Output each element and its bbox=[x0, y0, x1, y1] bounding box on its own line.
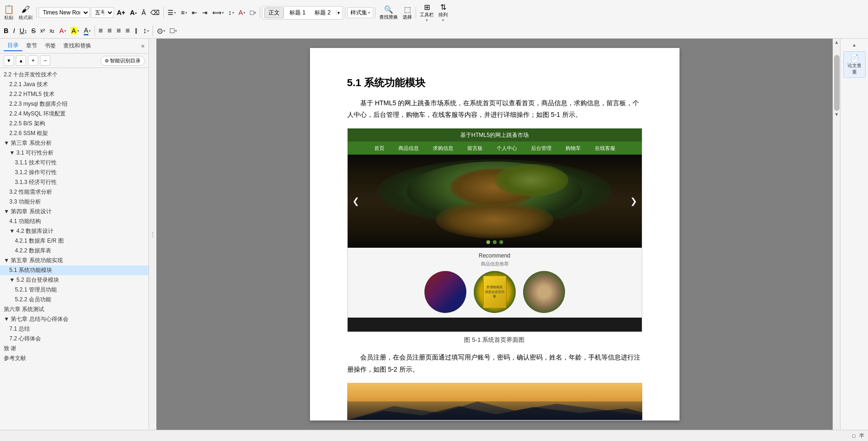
hero-prev-button[interactable]: ❮ bbox=[352, 196, 359, 206]
list-item-selected[interactable]: 5.1 系统功能模块 bbox=[0, 265, 148, 275]
align-justify-button[interactable]: ≡ bbox=[124, 26, 132, 36]
list-item[interactable]: ▼ 第五章 系统功能实现 bbox=[0, 256, 148, 265]
list-item[interactable]: 2.2.4 MySQL 环境配置 bbox=[0, 109, 148, 119]
toc-list[interactable]: 2.2 十台开发性技术个 2.2.1 Java 技术 2.2.2 HTML5 技… bbox=[0, 68, 148, 430]
subscript-button[interactable]: x₂ bbox=[47, 27, 56, 35]
list-item[interactable]: 3.3 功能分析 bbox=[0, 197, 148, 207]
list-item[interactable]: 4.1 功能结构 bbox=[0, 217, 148, 226]
list-item[interactable]: 2.2 十台开发性技术个 bbox=[0, 70, 148, 80]
border2-button[interactable]: □▾ bbox=[168, 26, 179, 36]
normal-style-button[interactable]: 正文 bbox=[264, 7, 284, 18]
text-effects2-button[interactable]: ⊙▾ bbox=[155, 26, 167, 36]
scroll-up-button[interactable]: ▲ bbox=[834, 39, 840, 46]
superscript-button[interactable]: x² bbox=[38, 27, 47, 35]
font-name-selector[interactable]: Times New Roma bbox=[39, 7, 90, 18]
text-style-button[interactable]: Ā bbox=[140, 8, 148, 17]
find-replace-button[interactable]: 🔍 查找替换 bbox=[377, 4, 400, 21]
columns-button[interactable]: ⫿ bbox=[133, 26, 140, 36]
tab-bookmark[interactable]: 书签 bbox=[41, 41, 60, 51]
strikethrough-button[interactable]: S bbox=[29, 26, 37, 35]
scroll-down-button[interactable]: ▼ bbox=[834, 111, 840, 118]
smart-toc-button[interactable]: ⚙ 智能识别目录 bbox=[101, 56, 145, 66]
border-button[interactable]: □▾ bbox=[248, 8, 258, 17]
list-item[interactable]: 3.1.1 技术可行性 bbox=[0, 158, 148, 168]
site-footer bbox=[348, 318, 642, 332]
heading-styles-dropdown[interactable]: ▾ bbox=[336, 10, 341, 15]
heading1-style-button[interactable]: 标题 1 bbox=[286, 8, 309, 18]
list-item[interactable]: ▼ 5.2 后台登录模块 bbox=[0, 275, 148, 285]
list-item[interactable]: 2.2.3 mysql 数据库介绍 bbox=[0, 99, 148, 109]
distribute-button[interactable]: ⟺▾ bbox=[210, 8, 226, 17]
product-item-3 bbox=[523, 271, 565, 313]
align-left-button[interactable]: ≡ bbox=[97, 26, 105, 36]
underline-button[interactable]: U▾ bbox=[18, 26, 28, 35]
list-item[interactable]: 4.2.2 数据库表 bbox=[0, 246, 148, 256]
list-item[interactable]: ▼ 第三章 系统分析 bbox=[0, 138, 148, 148]
right-scroll-up[interactable]: ▲ bbox=[852, 42, 857, 47]
italic-button[interactable]: I bbox=[11, 26, 17, 35]
font-increase-button[interactable]: A+ bbox=[115, 8, 127, 17]
tab-findreplace[interactable]: 查找和替换 bbox=[60, 41, 95, 51]
figure-1-caption: 图 5-1 系统首页界面图 bbox=[464, 336, 525, 344]
font-color-button[interactable]: A▾ bbox=[57, 26, 67, 35]
styles-set-button[interactable]: 样式集 ▾ bbox=[347, 7, 373, 18]
list-item[interactable]: 第六章 系统测试 bbox=[0, 305, 148, 314]
shading-button[interactable]: A▾ bbox=[237, 8, 247, 17]
numbered-list-button[interactable]: ≡▾ bbox=[179, 8, 188, 17]
toolbar-menu-button[interactable]: ⊞ 工具栏 ▾ bbox=[418, 2, 436, 23]
align-center-button[interactable]: ≡ bbox=[106, 26, 114, 36]
heading2-style-button[interactable]: 标题 2 bbox=[311, 8, 334, 18]
hero-next-button[interactable]: ❯ bbox=[630, 196, 637, 206]
list-item[interactable]: 参考文献 bbox=[0, 353, 148, 363]
indent-decrease-button[interactable]: ⇤ bbox=[190, 8, 199, 17]
list-item[interactable]: ▼ 4.2 数据库设计 bbox=[0, 226, 148, 236]
list-item[interactable]: ▼ 3.1 可行性分析 bbox=[0, 148, 148, 158]
scroll-thumb[interactable] bbox=[834, 55, 840, 111]
toc-remove-button[interactable]: − bbox=[40, 55, 50, 66]
line-spacing2-button[interactable]: ↕▾ bbox=[141, 26, 151, 36]
list-item[interactable]: 7.1 总结 bbox=[0, 324, 148, 334]
hero-dot-2 bbox=[493, 240, 497, 244]
figure-1-container: 基于HTML5的网上跳蚤市场 首页 商品信息 求购信息 留言板 个人中心 后台管… bbox=[347, 128, 642, 344]
list-item[interactable]: 3.1.3 经济可行性 bbox=[0, 177, 148, 187]
list-item[interactable]: ▼ 第四章 系统设计 bbox=[0, 207, 148, 217]
paste-button[interactable]: 📋 粘贴 bbox=[2, 3, 16, 22]
list-item[interactable]: ▼ 第七章 总结与心得体会 bbox=[0, 314, 148, 324]
list-item[interactable]: 2.2.5 B/S 架构 bbox=[0, 119, 148, 129]
list-item[interactable]: 5.2.1 管理员功能 bbox=[0, 285, 148, 295]
list-item[interactable]: 7.2 心得体会 bbox=[0, 334, 148, 344]
line-spacing-button[interactable]: ↕▾ bbox=[227, 8, 236, 17]
bullet-list-button[interactable]: ☰▾ bbox=[166, 8, 178, 17]
list-item[interactable]: 2.2.6 SSM 框架 bbox=[0, 129, 148, 138]
tab-chapter[interactable]: 章节 bbox=[22, 41, 41, 51]
tab-toc[interactable]: 目录 bbox=[4, 41, 22, 51]
sort-button[interactable]: ⇅ 排列 ▾ bbox=[437, 2, 450, 23]
font-decrease-button[interactable]: A- bbox=[128, 8, 139, 17]
panel-resize-handle[interactable]: ⋮ bbox=[149, 39, 156, 430]
list-item[interactable]: 5.2.2 会员功能 bbox=[0, 295, 148, 305]
toc-expand-down-button[interactable]: ▾ bbox=[4, 55, 14, 66]
list-item[interactable]: 2.2.2 HTML5 技术 bbox=[0, 89, 148, 99]
list-item[interactable]: 致 谢 bbox=[0, 344, 148, 353]
toc-expand-up-button[interactable]: ▴ bbox=[16, 55, 26, 66]
highlight-button[interactable]: A▾ bbox=[69, 26, 81, 35]
text-bg-button[interactable]: A▾ bbox=[82, 26, 92, 36]
list-item[interactable]: 3.2 性能需求分析 bbox=[0, 187, 148, 197]
list-item[interactable]: 3.1.2 操作可行性 bbox=[0, 168, 148, 177]
hero-dot-3 bbox=[499, 240, 503, 244]
font-size-selector[interactable]: 五号 bbox=[91, 7, 114, 18]
list-item[interactable]: 2.2.1 Java 技术 bbox=[0, 80, 148, 89]
bold-button[interactable]: B bbox=[2, 26, 10, 35]
panel-close-button[interactable]: × bbox=[141, 42, 145, 50]
document-area[interactable]: 5.1 系统功能模块 基于 HTML5 的网上跳蚤市场系统，在系统首页可以查看首… bbox=[156, 39, 833, 430]
align-right-button[interactable]: ≡ bbox=[114, 26, 122, 36]
indent-increase-button[interactable]: ⇥ bbox=[200, 8, 209, 17]
eraser-button[interactable]: ⌫ bbox=[148, 8, 161, 17]
list-item[interactable]: 4.2.1 数据库 E/R 图 bbox=[0, 236, 148, 246]
scrollbar[interactable]: ▲ ▼ bbox=[833, 39, 840, 430]
toc-add-button[interactable]: + bbox=[28, 55, 38, 66]
separator3 bbox=[260, 7, 260, 18]
select-button[interactable]: ⬚ 选择 bbox=[401, 4, 414, 21]
format-painter-button[interactable]: 🖌 格式刷 bbox=[17, 4, 34, 22]
thesis-check-button[interactable]: 📄 论文查重 bbox=[843, 51, 866, 78]
